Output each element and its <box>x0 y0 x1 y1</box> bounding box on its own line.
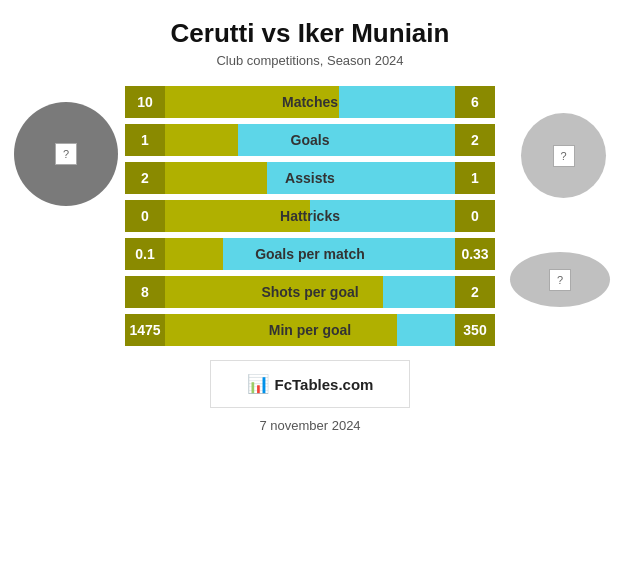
stat-bar-fill <box>165 124 238 156</box>
stat-bar-fill <box>165 238 223 270</box>
stat-label: Min per goal <box>269 322 351 338</box>
footer-date: 7 november 2024 <box>0 418 620 433</box>
stat-label: Shots per goal <box>261 284 358 300</box>
player-right-placeholder-top: ? <box>553 145 575 167</box>
stat-right-value: 2 <box>455 276 495 308</box>
logo-icon: 📊 <box>247 373 269 395</box>
player-right-avatar-top: ? <box>521 113 606 198</box>
player-left-placeholder: ? <box>55 143 77 165</box>
stat-row: 2Assists1 <box>125 162 495 194</box>
stat-right-value: 2 <box>455 124 495 156</box>
stat-right-value: 0 <box>455 200 495 232</box>
stat-label: Assists <box>285 170 335 186</box>
stat-bar-fill <box>165 162 267 194</box>
stat-right-value: 0.33 <box>455 238 495 270</box>
stat-row: 8Shots per goal2 <box>125 276 495 308</box>
player-right-avatar-bottom: ? <box>510 252 610 307</box>
stat-row: 0Hattricks0 <box>125 200 495 232</box>
stat-label: Goals <box>291 132 330 148</box>
stat-left-value: 8 <box>125 276 165 308</box>
page-subtitle: Club competitions, Season 2024 <box>0 53 620 68</box>
stat-row: 1475Min per goal350 <box>125 314 495 346</box>
page: Cerutti vs Iker Muniain Club competition… <box>0 0 620 580</box>
stat-row: 1Goals2 <box>125 124 495 156</box>
page-title: Cerutti vs Iker Muniain <box>0 0 620 49</box>
stat-left-value: 10 <box>125 86 165 118</box>
stat-left-value: 2 <box>125 162 165 194</box>
stat-bar: Assists <box>165 162 455 194</box>
stat-bar: Hattricks <box>165 200 455 232</box>
stat-label: Hattricks <box>280 208 340 224</box>
stat-right-value: 350 <box>455 314 495 346</box>
player-left-avatar: ? <box>14 102 118 206</box>
stat-left-value: 1475 <box>125 314 165 346</box>
stat-right-value: 6 <box>455 86 495 118</box>
stat-bar: Matches <box>165 86 455 118</box>
stat-left-value: 0.1 <box>125 238 165 270</box>
stat-right-value: 1 <box>455 162 495 194</box>
stat-label: Matches <box>282 94 338 110</box>
stat-row: 0.1Goals per match0.33 <box>125 238 495 270</box>
stat-left-value: 0 <box>125 200 165 232</box>
player-right-placeholder-bottom: ? <box>549 269 571 291</box>
stat-bar: Goals <box>165 124 455 156</box>
stats-section: 10Matches61Goals22Assists10Hattricks00.1… <box>125 86 495 346</box>
stat-bar: Goals per match <box>165 238 455 270</box>
stat-row: 10Matches6 <box>125 86 495 118</box>
stat-label: Goals per match <box>255 246 365 262</box>
logo-box: 📊 FcTables.com <box>210 360 410 408</box>
logo-text: FcTables.com <box>275 376 374 393</box>
stat-bar: Shots per goal <box>165 276 455 308</box>
stat-bar: Min per goal <box>165 314 455 346</box>
stat-left-value: 1 <box>125 124 165 156</box>
